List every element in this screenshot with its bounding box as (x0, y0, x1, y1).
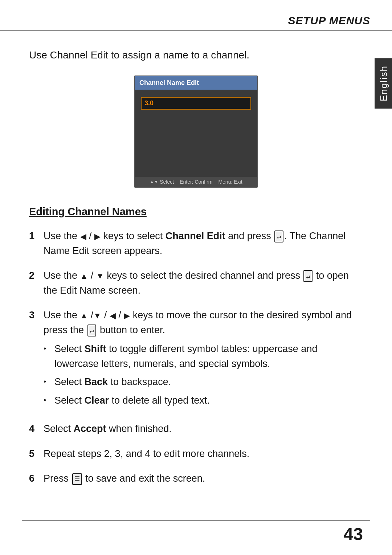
menu-icon: ☰ (72, 473, 82, 485)
footer-exit: Menu: Exit (218, 179, 242, 185)
footer-select: ▲▼ Select (150, 179, 174, 185)
step-5: 5 Repeat steps 2, 3, and 4 to edit more … (29, 446, 363, 461)
step-2-text: Use the ▲ / ▼ keys to select the desired… (44, 268, 363, 298)
bullet-3: • (44, 395, 54, 405)
step-1: 1 Use the ◀ / ▶ keys to select Channel E… (29, 229, 363, 258)
screen-body: 3.0 (135, 90, 257, 177)
step-6-number: 6 (29, 471, 44, 486)
bullet-2: • (44, 376, 54, 387)
step-5-text: Repeat steps 2, 3, and 4 to edit more ch… (44, 446, 363, 461)
setup-menus-title: SETUP MENUS (288, 15, 370, 27)
step-3-number: 3 (29, 308, 44, 323)
step-4-text: Select Accept when finished. (44, 421, 363, 436)
sub-item-back-text: Select Back to backspace. (54, 375, 171, 389)
sub-item-shift: • Select Shift to toggle different symbo… (44, 342, 363, 371)
step-4-number: 4 (29, 421, 44, 436)
step-3-text: Use the ▲ /▼ / ◀ / ▶ keys to move the cu… (44, 308, 363, 411)
step-5-number: 5 (29, 446, 44, 461)
enter-icon-3: ↵ (87, 325, 97, 336)
step-1-text: Use the ◀ / ▶ keys to select Channel Edi… (44, 229, 363, 258)
updown-arrows: ▲▼ (150, 179, 158, 184)
right-arrow-2: ▶ (124, 311, 130, 320)
screen-title: Channel Name Edit (135, 76, 257, 90)
enter-icon: ↵ (274, 230, 283, 242)
step-4: 4 Select Accept when finished. (29, 421, 363, 436)
channel-input: 3.0 (141, 97, 251, 110)
sub-item-clear: • Select Clear to delete all typed text. (44, 393, 363, 408)
step-1-number: 1 (29, 229, 44, 244)
screen-footer: ▲▼ Select Enter: Confirm Menu: Exit (135, 177, 257, 187)
language-tab: English (375, 58, 392, 109)
sub-item-clear-text: Select Clear to delete all typed text. (54, 393, 210, 408)
enter-label: Enter: Confirm (180, 179, 212, 185)
sub-item-back: • Select Back to backspace. (44, 375, 363, 389)
page-footer: 43 (0, 520, 392, 555)
up-arrow-2: ▲ (80, 311, 88, 320)
step-6: 6 Press ☰ to save and exit the screen. (29, 471, 363, 486)
step-3-sub-list: • Select Shift to toggle different symbo… (44, 342, 363, 408)
page-number: 43 (0, 521, 392, 555)
page-header: SETUP MENUS (0, 0, 392, 30)
main-content: Use Channel Edit to assign a name to a c… (0, 31, 392, 514)
right-arrow-icon: ▶ (94, 232, 101, 241)
left-arrow-icon: ◀ (80, 232, 86, 241)
footer-confirm: Enter: Confirm (180, 179, 212, 185)
left-arrow-2: ◀ (110, 311, 116, 320)
down-arrow-icon: ▼ (96, 272, 104, 281)
steps-list: 1 Use the ◀ / ▶ keys to select Channel E… (29, 229, 363, 486)
select-label: Select (160, 179, 174, 185)
menu-label: Menu: Exit (218, 179, 242, 185)
up-arrow-icon: ▲ (80, 272, 88, 281)
step-2: 2 Use the ▲ / ▼ keys to select the desir… (29, 268, 363, 298)
channel-name-edit-screen: Channel Name Edit 3.0 ▲▼ Select Enter: C… (134, 76, 258, 188)
section-heading: Editing Channel Names (29, 206, 363, 218)
intro-text: Use Channel Edit to assign a name to a c… (29, 49, 363, 61)
down-arrow-2: ▼ (93, 311, 101, 320)
sub-item-shift-text: Select Shift to toggle different symbol … (54, 342, 363, 371)
enter-icon-2: ↵ (303, 270, 313, 282)
step-2-number: 2 (29, 268, 44, 283)
step-3: 3 Use the ▲ /▼ / ◀ / ▶ keys to move the … (29, 308, 363, 411)
step-6-text: Press ☰ to save and exit the screen. (44, 471, 363, 486)
bullet-1: • (44, 343, 54, 354)
